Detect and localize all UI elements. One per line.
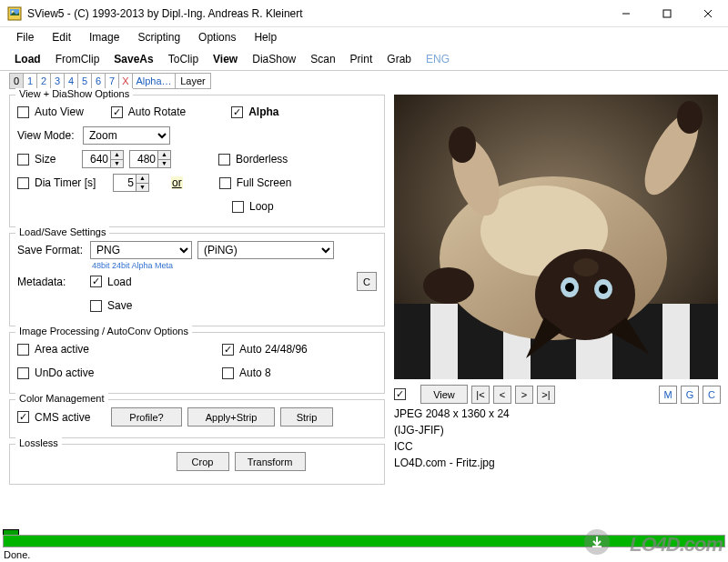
- status-text: Done.: [0, 547, 728, 562]
- improc-group: Image Processing / AutoConv Options Area…: [9, 332, 385, 394]
- transform-button[interactable]: Transform: [235, 452, 306, 471]
- dia-timer-checkbox[interactable]: [17, 177, 29, 189]
- tb-load[interactable]: Load: [7, 51, 48, 67]
- area-active-checkbox[interactable]: [17, 344, 29, 356]
- menubar: File Edit Image Scripting Options Help: [0, 27, 728, 47]
- m-button[interactable]: M: [659, 386, 677, 404]
- view-mode-select[interactable]: Zoom: [83, 126, 170, 145]
- cms-active-checkbox[interactable]: [17, 411, 29, 423]
- metadata-save-checkbox[interactable]: [90, 300, 102, 312]
- nav-prev-button[interactable]: <: [493, 386, 511, 404]
- save-format-select[interactable]: PNG: [90, 241, 192, 259]
- auto-rotate-checkbox[interactable]: [111, 106, 123, 118]
- auto-view-label: Auto View: [35, 105, 84, 118]
- width-spinner[interactable]: ▲▼: [82, 150, 124, 168]
- c-preview-button[interactable]: C: [703, 386, 721, 404]
- menu-file[interactable]: File: [7, 29, 43, 45]
- strip-button[interactable]: Strip: [280, 407, 333, 427]
- metadata-load-checkbox[interactable]: [90, 276, 102, 287]
- tab-5[interactable]: 5: [77, 73, 92, 89]
- close-button[interactable]: [687, 0, 728, 27]
- menu-edit[interactable]: Edit: [43, 29, 80, 45]
- tab-4[interactable]: 4: [64, 73, 78, 89]
- tb-eng[interactable]: ENG: [419, 51, 457, 67]
- svg-point-20: [599, 285, 608, 294]
- alpha-checkbox[interactable]: [231, 106, 243, 118]
- tab-layer[interactable]: Layer: [175, 73, 211, 89]
- profile-button[interactable]: Profile?: [111, 407, 182, 427]
- fullscreen-checkbox[interactable]: [219, 177, 231, 189]
- progress-bar: [3, 535, 725, 547]
- auto8-checkbox[interactable]: [222, 367, 234, 379]
- minimize-button[interactable]: [605, 0, 646, 27]
- tb-saveas[interactable]: SaveAs: [106, 51, 160, 67]
- tab-3[interactable]: 3: [50, 73, 65, 89]
- tab-6[interactable]: 6: [91, 73, 106, 89]
- save-format-desc-select[interactable]: (PiNG): [197, 241, 334, 259]
- auto24-checkbox[interactable]: [222, 344, 234, 356]
- height-input[interactable]: [130, 153, 157, 166]
- or-link[interactable]: or: [171, 176, 183, 189]
- tb-print[interactable]: Print: [343, 51, 380, 67]
- svg-point-26: [423, 267, 474, 304]
- apply-strip-button[interactable]: Apply+Strip: [187, 407, 275, 427]
- tab-1[interactable]: 1: [23, 73, 37, 89]
- g-button[interactable]: G: [681, 386, 699, 404]
- tb-fromclip[interactable]: FromClip: [48, 51, 107, 67]
- svg-point-25: [677, 101, 703, 134]
- height-spinner[interactable]: ▲▼: [129, 150, 171, 168]
- image-preview[interactable]: [394, 95, 718, 379]
- tab-close[interactable]: X: [118, 73, 133, 89]
- dia-timer-input[interactable]: [114, 176, 136, 189]
- dia-timer-spinner[interactable]: ▲▼: [113, 174, 149, 192]
- tab-alpha[interactable]: Alpha…: [132, 73, 176, 89]
- view-button[interactable]: View: [420, 385, 468, 404]
- auto-view-checkbox[interactable]: [17, 106, 29, 118]
- alpha-label: Alpha: [248, 105, 278, 118]
- tab-7[interactable]: 7: [105, 73, 119, 89]
- image-info-line3: ICC: [394, 440, 721, 453]
- menu-help[interactable]: Help: [245, 29, 286, 45]
- undo-active-label: UnDo active: [35, 366, 217, 379]
- cms-group: Color Management CMS active Profile? App…: [9, 399, 385, 438]
- tb-scan[interactable]: Scan: [303, 51, 342, 67]
- c-button[interactable]: C: [357, 272, 377, 291]
- image-info-line2: (IJG-JFIF): [394, 424, 721, 437]
- loop-checkbox[interactable]: [232, 201, 244, 213]
- preview-checkbox[interactable]: [394, 388, 406, 400]
- auto-rotate-label: Auto Rotate: [128, 105, 186, 118]
- svg-point-23: [449, 126, 476, 163]
- tab-2[interactable]: 2: [36, 73, 51, 89]
- save-format-label: Save Format:: [17, 244, 85, 256]
- tb-grab[interactable]: Grab: [379, 51, 419, 67]
- crop-button[interactable]: Crop: [177, 452, 229, 471]
- nav-first-button[interactable]: |<: [471, 386, 490, 404]
- size-checkbox[interactable]: [17, 154, 29, 166]
- dia-timer-label: Dia Timer [s]: [35, 176, 107, 189]
- nav-last-button[interactable]: >|: [537, 386, 555, 404]
- titlebar: SView5 - (C) 1993-2013 by Dipl.-Ing. And…: [0, 0, 728, 27]
- image-info-line4: LO4D.com - Fritz.jpg: [394, 457, 721, 469]
- loadsave-title: Load/Save Settings: [15, 226, 109, 237]
- menu-scripting[interactable]: Scripting: [128, 29, 189, 45]
- cms-active-label: CMS active: [35, 411, 106, 424]
- tab-0[interactable]: 0: [9, 73, 24, 89]
- metadata-label: Metadata:: [17, 276, 85, 288]
- menu-options[interactable]: Options: [189, 29, 245, 45]
- width-input[interactable]: [83, 153, 110, 166]
- tb-toclip[interactable]: ToClip: [161, 51, 206, 67]
- fullscreen-label: Full Screen: [237, 176, 292, 189]
- tb-view[interactable]: View: [206, 51, 245, 67]
- undo-active-checkbox[interactable]: [17, 367, 29, 379]
- tb-diashow[interactable]: DiaShow: [245, 51, 303, 67]
- app-icon: [7, 6, 22, 21]
- nav-next-button[interactable]: >: [515, 386, 533, 404]
- area-active-label: Area active: [35, 343, 217, 356]
- metadata-save-label: Save: [107, 299, 132, 312]
- maximize-button[interactable]: [646, 0, 687, 27]
- cms-title: Color Management: [15, 393, 108, 404]
- borderless-checkbox[interactable]: [218, 154, 230, 166]
- loadsave-group: Load/Save Settings Save Format: PNG (PiN…: [9, 233, 385, 326]
- improc-title: Image Processing / AutoConv Options: [15, 326, 192, 336]
- menu-image[interactable]: Image: [80, 29, 128, 45]
